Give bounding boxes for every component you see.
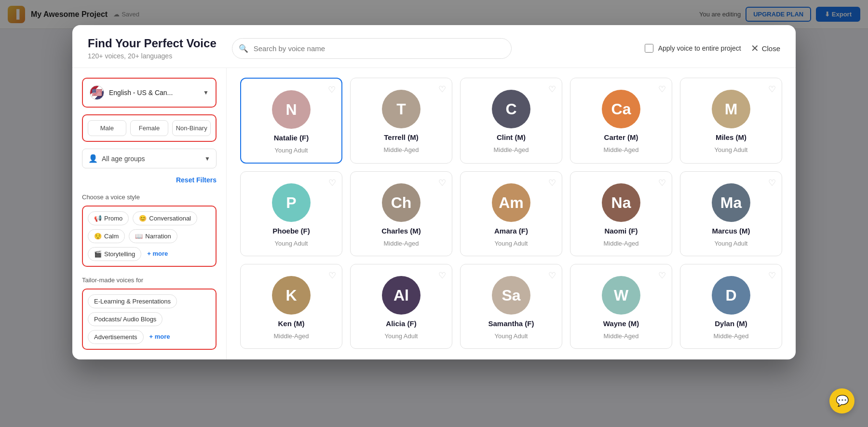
favorite-button[interactable]: ♡ <box>438 270 446 281</box>
tailor-title: Tailor-made voices for <box>82 276 217 284</box>
voice-name: Terrell (M) <box>384 133 418 141</box>
styles-more-link[interactable]: + more <box>145 247 170 261</box>
style-calm[interactable]: 😌 Calm <box>88 229 125 243</box>
voice-avatar: Sa <box>492 276 530 315</box>
voice-avatar: P <box>272 183 311 222</box>
voice-age: Middle-Aged <box>604 146 639 153</box>
voice-card[interactable]: ♡NaNaomi (F)Middle-Aged <box>570 171 672 256</box>
apply-voice-checkbox[interactable] <box>645 44 653 53</box>
voice-sidebar: 🇺🇸 English - US & Can... ▼ Male Female N… <box>72 68 227 359</box>
voice-card[interactable]: ♡PPhoebe (F)Young Adult <box>240 171 342 256</box>
voice-avatar: Al <box>382 276 420 315</box>
voice-age: Young Adult <box>715 146 748 153</box>
favorite-button[interactable]: ♡ <box>548 84 556 95</box>
modal-title-block: Find Your Perfect Voice 120+ voices, 20+… <box>88 37 217 60</box>
voice-avatar: Ma <box>712 183 750 222</box>
voice-age: Young Adult <box>495 240 528 247</box>
voice-age: Young Adult <box>385 332 418 340</box>
voice-card[interactable]: ♡MMiles (M)Young Adult <box>680 78 782 164</box>
tailor-ads[interactable]: Advertisements <box>88 330 144 344</box>
search-bar[interactable]: 🔍 <box>232 38 512 59</box>
voice-avatar: N <box>272 90 311 129</box>
chat-button[interactable]: 💬 <box>829 388 854 413</box>
favorite-button[interactable]: ♡ <box>548 178 556 188</box>
modal-header: Find Your Perfect Voice 120+ voices, 20+… <box>72 25 796 68</box>
voice-name: Natalie (F) <box>274 134 309 142</box>
person-icon: 👤 <box>88 154 98 163</box>
modal-body: 🇺🇸 English - US & Can... ▼ Male Female N… <box>72 68 796 359</box>
voice-card[interactable]: ♡ChCharles (M)Middle-Aged <box>350 171 452 256</box>
tailor-more-link[interactable]: + more <box>148 330 172 344</box>
language-dropdown[interactable]: 🇺🇸 English - US & Can... ▼ <box>88 83 211 102</box>
favorite-button[interactable]: ♡ <box>768 84 776 95</box>
voice-modal: Find Your Perfect Voice 120+ voices, 20+… <box>72 25 796 359</box>
tailor-tags: E-Learning & Presentations Podcasts/ Aud… <box>82 289 217 350</box>
favorite-button[interactable]: ♡ <box>328 270 336 281</box>
gender-nonbinary-button[interactable]: Non-Binary <box>172 120 211 136</box>
voice-card[interactable]: ♡CClint (M)Middle-Aged <box>460 78 562 164</box>
voice-grid: ♡NNatalie (F)Young Adult♡TTerrell (M)Mid… <box>240 78 782 349</box>
favorite-button[interactable]: ♡ <box>548 270 556 281</box>
favorite-button[interactable]: ♡ <box>658 84 666 95</box>
favorite-button[interactable]: ♡ <box>328 178 336 188</box>
favorite-button[interactable]: ♡ <box>438 84 446 95</box>
favorite-button[interactable]: ♡ <box>438 178 446 188</box>
voice-age: Middle-Aged <box>604 332 639 340</box>
style-conversational[interactable]: 😊 Conversational <box>133 211 197 225</box>
reset-filters-link[interactable]: Reset Filters <box>82 176 217 184</box>
favorite-button[interactable]: ♡ <box>658 178 666 188</box>
voice-card[interactable]: ♡AmAmara (F)Young Adult <box>460 171 562 256</box>
chevron-down-icon: ▼ <box>204 155 210 162</box>
voice-card[interactable]: ♡TTerrell (M)Middle-Aged <box>350 78 452 164</box>
close-button[interactable]: ✕ Close <box>751 42 780 54</box>
header-right: Apply voice to entire project ✕ Close <box>645 42 780 54</box>
voice-card[interactable]: ♡MaMarcus (M)Young Adult <box>680 171 782 256</box>
voice-card[interactable]: ♡SaSamantha (F)Young Adult <box>460 264 562 349</box>
chevron-down-icon: ▼ <box>203 89 209 96</box>
favorite-button[interactable]: ♡ <box>768 178 776 188</box>
voice-card[interactable]: ♡NNatalie (F)Young Adult <box>240 78 342 164</box>
voice-card[interactable]: ♡KKen (M)Middle-Aged <box>240 264 342 349</box>
voice-name: Samantha (F) <box>488 319 534 328</box>
gender-male-button[interactable]: Male <box>88 120 126 136</box>
tailor-elearning[interactable]: E-Learning & Presentations <box>88 294 177 308</box>
voice-name: Carter (M) <box>604 133 638 141</box>
gender-female-button[interactable]: Female <box>130 120 169 136</box>
favorite-button[interactable]: ♡ <box>658 270 666 281</box>
voice-avatar: T <box>382 90 420 128</box>
voice-name: Phoebe (F) <box>272 227 310 235</box>
voice-age: Middle-Aged <box>604 240 639 247</box>
voice-name: Wayne (M) <box>603 319 639 328</box>
modal-subtitle: 120+ voices, 20+ languages <box>88 52 217 60</box>
voice-style-tags: 📢 Promo 😊 Conversational 😌 Calm 📖 Narrat… <box>82 206 217 267</box>
voice-avatar: Na <box>602 183 640 222</box>
voice-name: Amara (F) <box>494 227 528 235</box>
voice-card[interactable]: ♡DDylan (M)Middle-Aged <box>680 264 782 349</box>
voice-age: Young Adult <box>275 240 308 247</box>
voice-avatar: M <box>712 90 750 128</box>
voice-name: Naomi (F) <box>604 227 637 235</box>
flag-icon: 🇺🇸 <box>90 85 104 100</box>
voice-age: Middle-Aged <box>384 146 419 153</box>
voice-avatar: C <box>492 90 530 128</box>
voice-grid-container: ♡NNatalie (F)Young Adult♡TTerrell (M)Mid… <box>227 68 796 359</box>
voice-avatar: D <box>712 276 750 315</box>
voice-avatar: K <box>272 276 311 315</box>
search-input[interactable] <box>232 38 512 59</box>
age-dropdown[interactable]: 👤 All age groups ▼ <box>82 149 217 168</box>
language-name: English - US & Can... <box>109 89 198 96</box>
voice-age: Young Adult <box>495 332 528 340</box>
voice-card[interactable]: ♡CaCarter (M)Middle-Aged <box>570 78 672 164</box>
style-promo[interactable]: 📢 Promo <box>88 211 129 225</box>
favorite-button[interactable]: ♡ <box>328 84 336 95</box>
voice-card[interactable]: ♡WWayne (M)Middle-Aged <box>570 264 672 349</box>
style-storytelling[interactable]: 🎬 Storytelling <box>88 247 141 261</box>
voice-name: Dylan (M) <box>715 319 747 328</box>
tailor-podcasts[interactable]: Podcasts/ Audio Blogs <box>88 312 163 326</box>
modal-overlay: Find Your Perfect Voice 120+ voices, 20+… <box>0 0 868 427</box>
apply-voice-label[interactable]: Apply voice to entire project <box>645 44 741 53</box>
favorite-button[interactable]: ♡ <box>768 270 776 281</box>
voice-avatar: W <box>602 276 640 315</box>
style-narration[interactable]: 📖 Narration <box>129 229 177 243</box>
voice-card[interactable]: ♡AlAlicia (F)Young Adult <box>350 264 452 349</box>
